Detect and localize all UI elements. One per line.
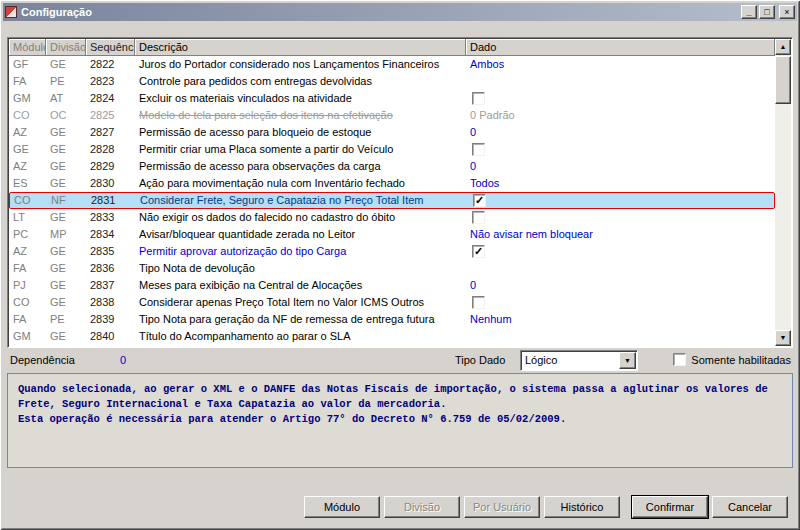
- column-header-dado[interactable]: Dado: [466, 39, 775, 56]
- cell-divisao: GE: [46, 176, 86, 191]
- cell-modulo: FA: [9, 74, 46, 89]
- cell-divisao: GE: [46, 210, 86, 225]
- cell-sequencia: 2840: [86, 329, 135, 344]
- cell-sequencia: 2836: [86, 261, 135, 276]
- cell-modulo: AZ: [9, 125, 46, 140]
- table-row[interactable]: FAPE2823Controle para pedidos com entreg…: [9, 73, 775, 90]
- cell-dado: 0: [466, 125, 775, 140]
- divisao-button[interactable]: Divisão: [384, 496, 460, 518]
- cell-sequencia: 2837: [86, 278, 135, 293]
- dado-checkbox[interactable]: ✓: [472, 245, 485, 258]
- column-header-divisao[interactable]: Divisão: [46, 39, 86, 56]
- minimize-button[interactable]: _: [741, 5, 757, 19]
- cell-sequencia: 2835: [86, 244, 135, 259]
- historico-button[interactable]: Histórico: [544, 496, 620, 518]
- cell-modulo: PC: [9, 227, 46, 242]
- table-row[interactable]: GFGE2822Juros do Portador considerado no…: [9, 56, 775, 73]
- cell-descricao: Juros do Portador considerado nos Lançam…: [135, 57, 466, 72]
- cell-modulo: CO: [10, 193, 47, 208]
- scroll-down-icon[interactable]: ▼: [775, 330, 791, 346]
- cell-divisao: GE: [46, 278, 86, 293]
- cell-divisao: GE: [46, 57, 86, 72]
- cell-modulo: FA: [9, 312, 46, 327]
- cell-dado: ✓: [466, 244, 775, 259]
- cell-dado: [466, 91, 775, 106]
- dado-checkbox[interactable]: [472, 211, 485, 224]
- dependencia-value: 0: [120, 354, 126, 366]
- cell-divisao: PE: [46, 74, 86, 89]
- maximize-button[interactable]: □: [759, 5, 775, 19]
- help-line: Quando selecionada, ao gerar o XML e o D…: [18, 382, 782, 397]
- table-row[interactable]: GMAT2824Excluir os materiais vinculados …: [9, 90, 775, 107]
- cell-descricao: Avisar/bloquear quantidade zerada no Lei…: [135, 227, 466, 242]
- table-row[interactable]: AZGE2829Permissão de acesso para observa…: [9, 158, 775, 175]
- vertical-scrollbar[interactable]: ▲ ▼: [775, 39, 791, 346]
- cell-divisao: NF: [47, 193, 87, 208]
- cell-descricao: Permitir aprovar autorização do tipo Car…: [135, 244, 466, 259]
- cell-sequencia: 2833: [86, 210, 135, 225]
- cancelar-button[interactable]: Cancelar: [712, 496, 788, 518]
- dado-checkbox[interactable]: [472, 143, 485, 156]
- cell-sequencia: 2823: [86, 74, 135, 89]
- table-body: GFGE2822Juros do Portador considerado no…: [9, 56, 775, 345]
- cell-sequencia: 2824: [86, 91, 135, 106]
- window-title: Configuração: [21, 6, 737, 18]
- config-grid: Módulo Divisão Sequência Descrição Dado …: [9, 39, 775, 346]
- table-row[interactable]: FAPE2839Tipo Nota para geração da NF de …: [9, 311, 775, 328]
- table-row[interactable]: LTGE2833Não exigir os dados do falecido …: [9, 209, 775, 226]
- cell-sequencia: 2827: [86, 125, 135, 140]
- cell-divisao: MP: [46, 227, 86, 242]
- cell-modulo: GM: [9, 329, 46, 344]
- cell-dado: 0: [466, 278, 775, 293]
- table-row[interactable]: CONF2831Considerar Frete, Seguro e Capat…: [9, 192, 775, 209]
- column-header-descricao[interactable]: Descrição: [135, 39, 466, 56]
- cell-dado: [466, 74, 775, 89]
- dado-checkbox[interactable]: [472, 296, 485, 309]
- cell-dado: Não avisar nem bloquear: [466, 227, 775, 242]
- table-row[interactable]: GMGE2840Título do Acompanhamento ao para…: [9, 328, 775, 345]
- por-usuario-button[interactable]: Por Usuário: [464, 496, 540, 518]
- cell-dado: [466, 261, 775, 276]
- cell-descricao: Meses para exibição na Central de Alocaç…: [135, 278, 466, 293]
- somente-habilitadas-group: Somente habilitadas: [671, 353, 791, 366]
- column-header-modulo[interactable]: Módulo: [9, 39, 46, 56]
- table-row[interactable]: COGE2838Considerar apenas Preço Total It…: [9, 294, 775, 311]
- chevron-down-icon[interactable]: ▼: [619, 352, 636, 369]
- table-row[interactable]: ESGE2830Ação para movimentação nula com …: [9, 175, 775, 192]
- action-buttons: Módulo Divisão Por Usuário Histórico Con…: [304, 496, 788, 518]
- cell-descricao: Permissão de acesso para bloqueio de est…: [135, 125, 466, 140]
- cell-descricao: Título do Acompanhamento ao parar o SLA: [135, 329, 466, 344]
- cell-divisao: OC: [46, 108, 86, 123]
- cell-divisao: GE: [46, 125, 86, 140]
- cell-divisao: GE: [46, 295, 86, 310]
- table-row[interactable]: FAGE2836Tipo Nota de devolução: [9, 260, 775, 277]
- column-header-sequencia[interactable]: Sequência: [86, 39, 135, 56]
- scrollbar-thumb[interactable]: [775, 56, 791, 104]
- scroll-up-icon[interactable]: ▲: [775, 39, 791, 55]
- modulo-button[interactable]: Módulo: [304, 496, 380, 518]
- table-row[interactable]: AZGE2835Permitir aprovar autorização do …: [9, 243, 775, 260]
- table-row[interactable]: COOC2825Modelo de tela para seleção dos …: [9, 107, 775, 124]
- confirmar-button[interactable]: Confirmar: [632, 496, 708, 518]
- tipo-dado-select[interactable]: Lógico ▼: [520, 350, 638, 371]
- table-row[interactable]: AZGE2827Permissão de acesso para bloquei…: [9, 124, 775, 141]
- cell-descricao: Tipo Nota de devolução: [135, 261, 466, 276]
- table-row[interactable]: GEGE2828Permitir criar uma Placa somente…: [9, 141, 775, 158]
- cell-dado: 0: [466, 159, 775, 174]
- somente-habilitadas-checkbox[interactable]: [673, 353, 686, 366]
- app-icon: [5, 6, 17, 18]
- cell-sequencia: 2825: [86, 108, 135, 123]
- cell-modulo: CO: [9, 295, 46, 310]
- dado-checkbox[interactable]: [472, 92, 485, 105]
- cell-divisao: GE: [46, 142, 86, 157]
- cell-dado: ✓: [467, 193, 774, 208]
- help-line: Frete, Seguro Internacional e Taxa Capat…: [18, 397, 782, 412]
- cell-sequencia: 2838: [86, 295, 135, 310]
- table-row[interactable]: PJGE2837Meses para exibição na Central d…: [9, 277, 775, 294]
- dado-checkbox[interactable]: ✓: [473, 194, 486, 207]
- close-button[interactable]: ×: [779, 5, 795, 19]
- cell-modulo: GE: [9, 142, 46, 157]
- cell-divisao: GE: [46, 159, 86, 174]
- cell-sequencia: 2834: [86, 227, 135, 242]
- table-row[interactable]: PCMP2834Avisar/bloquear quantidade zerad…: [9, 226, 775, 243]
